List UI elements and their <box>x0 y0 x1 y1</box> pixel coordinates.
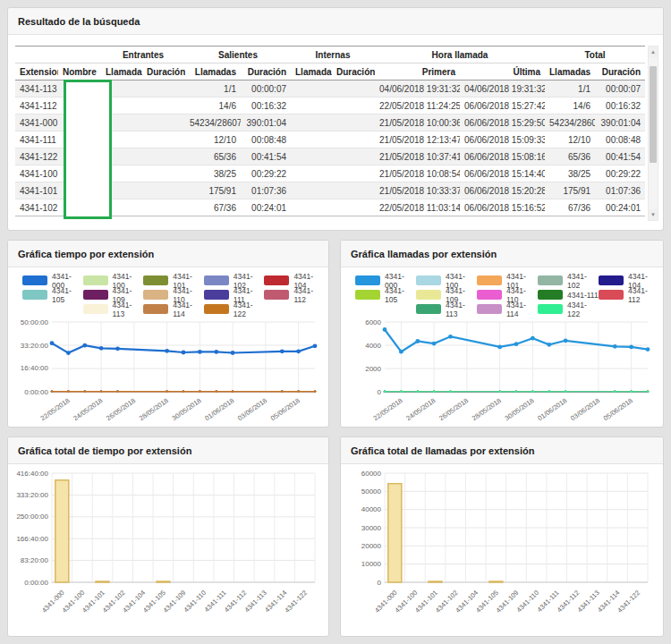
legend-swatch-icon <box>355 275 380 285</box>
legend-item-4341-113[interactable]: 4341-113 <box>416 303 477 315</box>
legend-swatch-icon <box>538 275 563 285</box>
data-cell <box>291 148 332 165</box>
extension-cell: 4341-122 <box>15 148 58 165</box>
column-header[interactable]: Extension <box>15 64 58 80</box>
column-header[interactable]: Nombre <box>58 64 101 80</box>
legend-item-4341-122[interactable]: 4341-122 <box>538 303 599 315</box>
legend-item-4341-114[interactable]: 4341-114 <box>477 303 538 315</box>
data-cell: 00:29:22 <box>241 165 291 182</box>
group-header: Entrantes <box>101 47 185 64</box>
legend-item-4341-102[interactable]: 4341-102 <box>204 275 265 286</box>
svg-text:30/05/2018: 30/05/2018 <box>504 396 536 422</box>
legend-item-4341-102[interactable]: 4341-102 <box>538 275 599 286</box>
legend-item-4341-110[interactable]: 4341-110 <box>477 289 538 301</box>
legend-item-4341-101[interactable]: 4341-101 <box>477 275 538 286</box>
legend-item-4341-114[interactable]: 4341-114 <box>143 303 204 315</box>
data-cell: 65/36 <box>185 148 241 165</box>
legend-time-per-extension: 4341-0004341-1004341-1014341-1024341-104… <box>8 267 328 315</box>
data-cell: 67/36 <box>545 199 595 216</box>
svg-text:33:20:00: 33:20:00 <box>21 342 49 350</box>
svg-text:2000: 2000 <box>365 365 381 373</box>
column-header[interactable]: Llamadas <box>545 64 595 80</box>
legend-item-4341-105[interactable]: 4341-105 <box>22 289 83 301</box>
legend-calls-per-extension: 4341-0004341-1004341-1014341-1024341-104… <box>341 267 663 315</box>
data-cell <box>291 165 332 182</box>
data-cell <box>332 165 375 182</box>
column-header[interactable]: Última <box>460 64 545 80</box>
legend-item-4341-105[interactable]: 4341-105 <box>355 289 416 301</box>
data-cell: 01:07:36 <box>595 182 645 199</box>
svg-text:26/05/2018: 26/05/2018 <box>437 396 470 422</box>
legend-label: 4341-113 <box>446 301 477 318</box>
legend-item-4341-000[interactable]: 4341-000 <box>355 275 416 286</box>
data-cell: 21/05/2018 10:33:37 <box>375 182 460 199</box>
data-cell: 01:07:36 <box>241 182 291 199</box>
svg-text:4000: 4000 <box>365 342 381 350</box>
column-header[interactable]: Llamadas <box>291 64 332 80</box>
data-cell <box>332 80 375 97</box>
svg-text:22/05/2018: 22/05/2018 <box>39 396 72 422</box>
column-header[interactable]: Duración <box>595 64 645 80</box>
name-column-redaction-box <box>64 80 112 219</box>
legend-item-4341-113[interactable]: 4341-113 <box>83 303 144 315</box>
svg-text:01/06/2018: 01/06/2018 <box>536 396 568 422</box>
table-scrollbar[interactable]: ▲ ▼ <box>648 46 658 221</box>
legend-item-4341-111[interactable]: 4341-111 <box>204 289 265 301</box>
column-header[interactable]: Llamadas <box>185 64 241 80</box>
column-header[interactable]: Llamadas <box>101 64 142 80</box>
svg-text:4341-122: 4341-122 <box>283 589 309 614</box>
data-cell <box>291 131 332 148</box>
data-cell <box>332 148 375 165</box>
chart-panel-total-calls-per-extension: Gráfica total de llamadas por extensión … <box>340 436 664 637</box>
legend-item-4341-109[interactable]: 4341-109 <box>83 289 144 301</box>
legend-item-4341-104[interactable]: 4341-104 <box>599 275 659 286</box>
legend-item-4341-000[interactable]: 4341-000 <box>22 275 83 286</box>
legend-swatch-icon <box>416 275 441 285</box>
legend-item-4341-111[interactable]: 4341-111 <box>538 289 599 301</box>
group-header: Hora llamada <box>375 47 545 64</box>
svg-text:28/05/2018: 28/05/2018 <box>471 396 503 422</box>
data-cell: 21/05/2018 10:08:54 <box>375 165 460 182</box>
data-cell: 390:01:04 <box>595 114 645 131</box>
data-cell: 06/06/2018 15:27:42 <box>460 97 545 114</box>
scroll-up-icon[interactable]: ▲ <box>649 47 658 57</box>
legend-label: 4341-122 <box>567 301 599 318</box>
data-cell: 175/91 <box>185 182 241 199</box>
legend-item-4341-100[interactable]: 4341-100 <box>83 275 144 286</box>
column-header[interactable]: Duración <box>241 64 291 80</box>
legend-swatch-icon <box>477 275 502 285</box>
legend-swatch-icon <box>22 290 47 300</box>
legend-item-4341-100[interactable]: 4341-100 <box>416 275 477 286</box>
data-cell <box>332 131 375 148</box>
legend-label: 4341-112 <box>628 286 659 304</box>
legend-item-4341-112[interactable]: 4341-112 <box>264 289 325 301</box>
legend-item-4341-122[interactable]: 4341-122 <box>204 303 265 315</box>
legend-swatch-icon <box>416 304 441 314</box>
legend-item-4341-104[interactable]: 4341-104 <box>264 275 325 286</box>
svg-text:50:00:00: 50:00:00 <box>21 318 49 326</box>
data-cell <box>332 97 375 114</box>
data-cell: 00:08:48 <box>241 131 291 148</box>
data-cell: 06/06/2018 15:09:33 <box>460 131 545 148</box>
legend-swatch-icon <box>204 275 229 285</box>
svg-text:0:00:00: 0:00:00 <box>24 388 48 396</box>
legend-item-4341-109[interactable]: 4341-109 <box>416 289 477 301</box>
svg-text:05/06/2018: 05/06/2018 <box>602 396 634 422</box>
line-chart-calls-per-extension: 020004000600022/05/201824/05/201826/05/2… <box>344 317 658 424</box>
legend-label: 4341-114 <box>173 301 204 318</box>
data-cell <box>291 182 332 199</box>
legend-item-4341-101[interactable]: 4341-101 <box>143 275 204 286</box>
data-cell: 65/36 <box>545 148 595 165</box>
legend-swatch-icon <box>538 304 563 314</box>
scroll-down-icon[interactable]: ▼ <box>649 209 658 220</box>
legend-item-4341-110[interactable]: 4341-110 <box>143 289 204 301</box>
column-header[interactable]: Primera <box>375 64 460 80</box>
svg-text:20000: 20000 <box>361 542 382 550</box>
legend-label: 4341-102 <box>567 272 599 290</box>
legend-item-4341-112[interactable]: 4341-112 <box>599 289 659 301</box>
column-header[interactable]: Duración <box>142 64 185 80</box>
column-header[interactable]: Duración <box>332 64 375 80</box>
svg-text:40000: 40000 <box>361 505 382 513</box>
scrollbar-thumb[interactable] <box>650 66 657 163</box>
data-cell <box>332 199 375 216</box>
